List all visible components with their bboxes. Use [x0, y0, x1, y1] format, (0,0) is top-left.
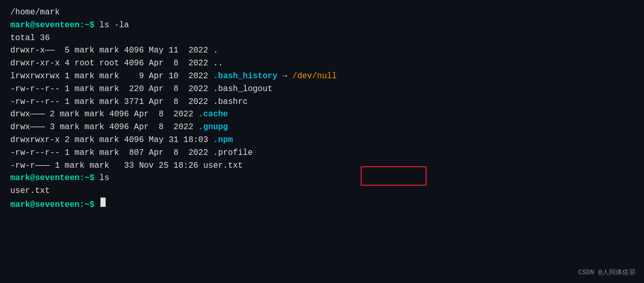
- prompt-label-3: mark@seventeen:~$: [10, 199, 99, 211]
- gnupg-dir: .gnupg: [198, 121, 228, 134]
- prompt-line-3: mark@seventeen:~$: [10, 198, 634, 211]
- terminal-cursor: [100, 198, 106, 207]
- cache-dir: .cache: [198, 108, 228, 121]
- output-bash-logout: -rw-r--r-- 1 mark mark 220 Apr 8 2022 .b…: [10, 83, 634, 96]
- output-bashrc: -rw-r--r-- 1 mark mark 3771 Apr 8 2022 .…: [10, 96, 634, 109]
- output-bash-history: lrwxrwxrwx 1 mark mark 9 Apr 10 2022 .ba…: [10, 70, 634, 83]
- output-line-home: /home/mark: [10, 6, 634, 19]
- command-ls: ls: [99, 172, 109, 185]
- output-text: -rw-r--r-- 1 mark mark 3771 Apr 8 2022 .…: [10, 96, 248, 109]
- npm-dir: .npm: [213, 134, 233, 147]
- command-text: ls -la: [99, 19, 129, 32]
- prompt-label: mark@seventeen:~$: [10, 19, 99, 32]
- output-text: lrwxrwxrwx 1 mark mark 9 Apr 10 2022: [10, 70, 213, 83]
- output-text: total 36: [10, 32, 50, 45]
- output-gnupg: drwx——— 3 mark mark 4096 Apr 8 2022 .gnu…: [10, 121, 634, 134]
- watermark: CSDN @人间体佐菲: [578, 268, 636, 278]
- prompt-line-1: mark@seventeen:~$ ls -la: [10, 19, 634, 32]
- prompt-label-2: mark@seventeen:~$: [10, 172, 99, 185]
- output-total: total 36: [10, 32, 634, 45]
- output-text: drwxrwxr-x 2 mark mark 4096 May 31 18:: [10, 134, 198, 147]
- output-text: drwxr-x—— 5 mark mark 4096 May 11 2022 .: [10, 44, 218, 57]
- output-text: drwx——— 3 mark mark 4096 Apr 8 2022: [10, 121, 198, 134]
- output-text: -rw-r——— 1 mark mark 33 Nov 25 18:26 use…: [10, 160, 243, 172]
- output-npm: drwxrwxr-x 2 mark mark 4096 May 31 18:03…: [10, 134, 634, 147]
- output-text: user.txt: [10, 185, 50, 198]
- output-text: drwx——— 2 mark mark 4096 Apr 8 2022: [10, 108, 198, 121]
- output-time: 03: [198, 134, 213, 147]
- output-cache: drwx——— 2 mark mark 4096 Apr 8 2022 .cac…: [10, 108, 634, 121]
- prompt-line-2: mark@seventeen:~$ ls: [10, 172, 634, 185]
- terminal-window: /home/mark mark@seventeen:~$ ls -la tota…: [0, 0, 644, 283]
- output-text: -rw-r--r-- 1 mark mark 220 Apr 8 2022 .b…: [10, 83, 273, 96]
- dev-null-text: /dev/null: [292, 70, 336, 83]
- output-usertxt: -rw-r——— 1 mark mark 33 Nov 25 18:26 use…: [10, 160, 634, 172]
- output-dir-parent: drwxr-xr-x 4 root root 4096 Apr 8 2022 .…: [10, 57, 634, 70]
- output-text: drwxr-xr-x 4 root root 4096 Apr 8 2022 .…: [10, 57, 223, 70]
- arrow-text: →: [278, 70, 293, 83]
- output-text: -rw-r--r-- 1 mark mark 807 Apr 8 2022 .p…: [10, 147, 252, 160]
- output-text: /home/mark: [10, 6, 60, 19]
- output-usertxt-2: user.txt: [10, 185, 634, 198]
- output-dir-current: drwxr-x—— 5 mark mark 4096 May 11 2022 .: [10, 44, 634, 57]
- bash-history-link: .bash_history: [213, 70, 278, 83]
- output-profile: -rw-r--r-- 1 mark mark 807 Apr 8 2022 .p…: [10, 147, 634, 160]
